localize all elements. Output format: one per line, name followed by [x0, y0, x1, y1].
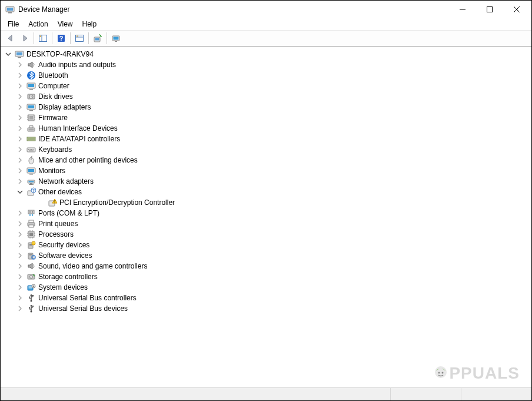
category-node[interactable]: Computer: [16, 81, 530, 91]
chevron-right-icon[interactable]: [16, 241, 24, 249]
ide-icon: [26, 134, 36, 144]
minimize-button[interactable]: [449, 1, 476, 18]
chevron-right-icon[interactable]: [16, 177, 24, 185]
category-label: Ports (COM & LPT): [38, 209, 99, 217]
category-node[interactable]: Universal Serial Bus controllers: [16, 293, 530, 303]
category-label: Processors: [38, 230, 74, 238]
properties-button[interactable]: [73, 32, 86, 45]
category-node[interactable]: Firmware: [16, 112, 530, 123]
svg-point-72: [29, 211, 31, 213]
category-node[interactable]: IDE ATA/ATAPI controllers: [16, 134, 530, 144]
window-title: Device Manager: [18, 5, 449, 14]
svg-rect-25: [28, 84, 34, 87]
chevron-down-icon[interactable]: [16, 188, 24, 196]
category-label: Firmware: [38, 114, 68, 122]
show-hide-tree-button[interactable]: [36, 32, 49, 45]
chevron-right-icon[interactable]: [16, 103, 24, 111]
svg-rect-91: [29, 254, 32, 255]
chevron-right-icon[interactable]: [16, 71, 24, 79]
category-label: Network adapters: [38, 177, 94, 185]
category-label: Monitors: [38, 167, 65, 175]
chevron-down-icon[interactable]: [4, 50, 12, 58]
category-node[interactable]: Sound, video and game controllers: [16, 261, 530, 271]
category-node[interactable]: Universal Serial Bus devices: [16, 303, 530, 314]
computer-icon: [15, 49, 24, 59]
menu-help[interactable]: Help: [78, 19, 102, 29]
chevron-right-icon[interactable]: [16, 220, 24, 228]
warning-icon: !: [48, 198, 57, 207]
keyboard-icon: [26, 145, 36, 154]
category-node[interactable]: Mice and other pointing devices: [16, 155, 530, 165]
category-node[interactable]: Audio inputs and outputs: [16, 59, 530, 70]
category-node[interactable]: Security devices: [16, 240, 530, 250]
watermark-text: PPUALS: [449, 364, 520, 383]
chevron-right-icon[interactable]: [16, 262, 24, 270]
category-node[interactable]: Ports (COM & LPT): [16, 208, 530, 218]
svg-rect-52: [28, 149, 29, 150]
category-node[interactable]: Print queues: [16, 218, 530, 229]
cpu-icon: [26, 230, 36, 239]
monitor-icon: [26, 81, 36, 91]
svg-rect-98: [29, 288, 32, 289]
chevron-right-icon[interactable]: [16, 230, 24, 238]
root-node[interactable]: DESKTOP-4RAKV94: [4, 49, 530, 59]
chevron-right-icon[interactable]: [16, 294, 24, 302]
category-node[interactable]: Network adapters: [16, 176, 530, 187]
disk-icon: [26, 92, 36, 101]
update-driver-button[interactable]: [91, 32, 104, 45]
toolbar: ?: [1, 30, 531, 47]
watermark: PPUALS: [431, 364, 520, 383]
svg-rect-71: [28, 210, 34, 214]
network-icon: [26, 177, 36, 186]
chevron-right-icon[interactable]: [16, 283, 24, 291]
security-icon: [26, 240, 36, 250]
chevron-right-icon[interactable]: [16, 124, 24, 132]
svg-rect-76: [29, 225, 34, 227]
chevron-right-icon[interactable]: [16, 61, 24, 69]
svg-rect-63: [29, 181, 34, 183]
chevron-right-icon[interactable]: [16, 156, 24, 164]
chevron-right-icon[interactable]: [16, 92, 24, 101]
chevron-right-icon[interactable]: [16, 145, 24, 154]
chevron-right-icon[interactable]: [16, 304, 24, 313]
category-node[interactable]: System devices: [16, 282, 530, 293]
storage-icon: [26, 272, 36, 281]
svg-rect-78: [29, 233, 33, 236]
menu-view[interactable]: View: [53, 19, 78, 29]
device-tree[interactable]: DESKTOP-4RAKV94 Audio inputs and outputs…: [1, 47, 531, 387]
category-node[interactable]: Monitors: [16, 165, 530, 176]
category-node[interactable]: Human Interface Devices: [16, 123, 530, 134]
maximize-button[interactable]: [476, 1, 503, 18]
device-node[interactable]: !PCI Encryption/Decryption Controller: [37, 197, 530, 208]
chevron-right-icon[interactable]: [16, 273, 24, 281]
category-node[interactable]: ?Other devices: [16, 187, 530, 197]
svg-rect-61: [29, 174, 33, 175]
help-button[interactable]: ?: [55, 32, 68, 45]
chevron-right-icon[interactable]: [16, 82, 24, 90]
menu-action[interactable]: Action: [24, 19, 52, 29]
svg-rect-53: [30, 149, 31, 150]
chevron-right-icon[interactable]: [16, 114, 24, 122]
close-button[interactable]: [503, 1, 530, 18]
svg-point-73: [32, 211, 33, 213]
chevron-right-icon[interactable]: [16, 135, 24, 143]
status-cell: [1, 388, 390, 400]
scan-hardware-button[interactable]: [109, 32, 122, 45]
category-node[interactable]: Display adapters: [16, 102, 530, 112]
forward-button[interactable]: [18, 32, 31, 45]
category-node[interactable]: Disk drives: [16, 91, 530, 102]
svg-rect-92: [29, 256, 32, 256]
category-node[interactable]: Processors: [16, 229, 530, 240]
category-node[interactable]: Bluetooth: [16, 70, 530, 81]
back-button[interactable]: [4, 32, 17, 45]
chevron-right-icon[interactable]: [16, 167, 24, 175]
menu-file[interactable]: File: [3, 19, 24, 29]
category-node[interactable]: Software devices: [16, 250, 530, 261]
svg-rect-21: [16, 52, 22, 55]
window-controls: [449, 1, 530, 18]
svg-rect-60: [28, 169, 34, 172]
chevron-right-icon[interactable]: [16, 209, 24, 217]
category-node[interactable]: Keyboards: [16, 144, 530, 155]
category-node[interactable]: Storage controllers: [16, 271, 530, 282]
chevron-right-icon[interactable]: [16, 251, 24, 260]
